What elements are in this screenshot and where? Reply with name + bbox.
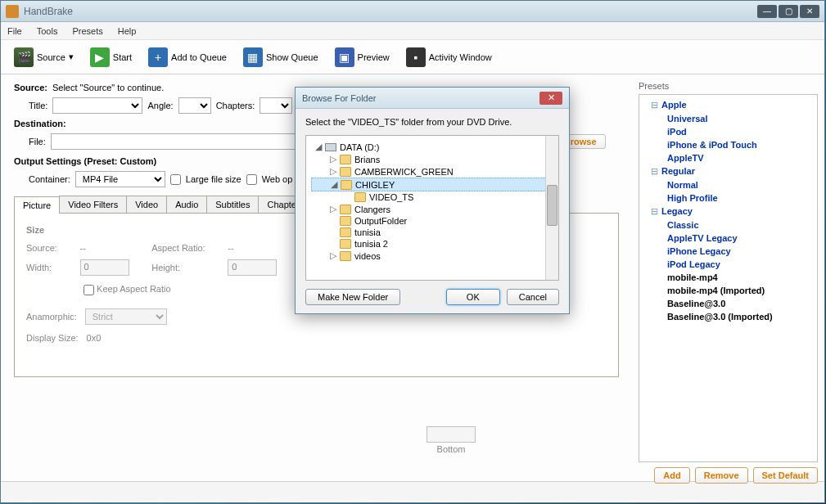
angle-label: Angle: [147,101,173,110]
preset-item[interactable]: mobile-mp4 (Imported) [643,284,814,297]
preset-item[interactable]: Baseline@3.0 (Imported) [643,310,814,323]
show-queue-button[interactable]: ▦Show Queue [238,46,323,69]
preset-item[interactable]: Classic [643,218,814,232]
folder-icon [340,251,351,261]
container-select[interactable]: MP4 File [75,171,165,187]
tree-label: OutputFolder [354,216,407,226]
file-label: File: [29,137,46,146]
tree-row[interactable]: ▷Clangers [311,203,553,215]
folder-icon [340,227,351,237]
preset-item[interactable]: Baseline@3.0 [643,297,814,310]
add-queue-button[interactable]: +Add to Queue [143,46,232,69]
preset-item[interactable]: AppleTV Legacy [643,232,814,245]
expand-icon[interactable]: ▷ [329,166,336,177]
tab-subtitles[interactable]: Subtitles [206,196,259,213]
container-label: Container: [29,174,70,184]
preset-item[interactable]: iPod Legacy [643,258,814,271]
angle-select[interactable] [178,97,211,114]
tab-audio[interactable]: Audio [166,196,207,213]
tree-row[interactable]: tunisia [311,227,553,238]
menubar: File Tools Presets Help [1,22,824,40]
web-opt-checkbox[interactable] [246,174,257,185]
browse-folder-dialog: Browse For Folder ✕ Select the "VIDEO_TS… [295,87,570,314]
src-size-label: Source: [26,243,69,253]
close-button[interactable]: ✕ [800,5,819,18]
height-spinner[interactable]: 0 [228,259,277,276]
start-button[interactable]: ▶Start [85,46,137,69]
width-label: Width: [26,263,69,272]
dest-label: Destination: [14,119,66,128]
tree-label: tunisia 2 [354,239,388,249]
maximize-button[interactable]: ▢ [779,5,798,18]
chapters-select[interactable] [260,97,292,114]
anamorphic-select: Strict [85,308,167,325]
tree-row[interactable]: ▷videos [311,250,553,262]
crop-bottom-spinner[interactable] [427,426,476,443]
keep-aspect-checkbox[interactable] [84,285,94,295]
output-label: Output Settings (Preset: Custom) [14,156,156,166]
tree-row[interactable]: VIDEO_TS [311,191,553,203]
menu-file[interactable]: File [7,26,22,36]
source-button[interactable]: 🎬Source▾ [9,46,79,69]
preset-item[interactable]: iPhone & iPod Touch [643,138,814,151]
folder-tree[interactable]: ◢DATA (D:)▷Brians▷CAMBERWICK_GREEN◢CHIGL… [305,135,559,281]
preset-item[interactable]: Normal [643,178,814,191]
dialog-close-button[interactable]: ✕ [539,92,562,105]
presets-tree[interactable]: AppleUniversaliPodiPhone & iPod TouchApp… [639,94,818,462]
expand-icon[interactable]: ◢ [314,142,322,152]
folder-icon [340,216,351,226]
expand-icon[interactable]: ▷ [329,250,336,261]
tree-scrollbar[interactable] [545,136,558,280]
preset-item[interactable]: Universal [643,112,814,125]
cancel-button[interactable]: Cancel [507,289,559,305]
large-file-label: Large file size [186,174,241,184]
tree-row[interactable]: ▷Brians [311,153,553,165]
preset-group[interactable]: Apple [643,98,814,112]
preset-item[interactable]: iPod [643,125,814,138]
menu-presets[interactable]: Presets [72,26,102,36]
preset-remove-button[interactable]: Remove [695,467,748,484]
preview-button[interactable]: ▣Preview [330,46,395,69]
preset-item[interactable]: AppleTV [643,151,814,164]
expand-icon[interactable]: ▷ [329,154,336,164]
preset-group[interactable]: Legacy [643,205,814,218]
chevron-down-icon: ▾ [69,52,74,62]
tree-row[interactable]: ◢CHIGLEY [311,178,553,191]
add-queue-icon: + [148,47,168,67]
dialog-titlebar[interactable]: Browse For Folder ✕ [296,88,569,109]
crop-bottom-label: Bottom [437,444,466,454]
display-size-value: 0x0 [87,333,102,343]
minimize-button[interactable]: — [757,5,777,18]
folder-icon [341,180,352,190]
preset-item[interactable]: mobile-mp4 [643,271,814,284]
preview-icon: ▣ [335,47,354,67]
tree-row[interactable]: ◢DATA (D:) [311,141,553,153]
menu-help[interactable]: Help [118,26,137,36]
tab-video[interactable]: Video [126,196,167,213]
tab-picture[interactable]: Picture [14,196,60,214]
expand-icon[interactable]: ▷ [329,204,336,214]
play-icon: ▶ [90,47,110,67]
large-file-checkbox[interactable] [170,174,181,185]
dialog-title: Browse For Folder [302,93,376,103]
preset-item[interactable]: High Profile [643,191,814,205]
tab-video-filters[interactable]: Video Filters [59,196,127,213]
expand-icon[interactable]: ◢ [330,179,337,190]
tree-row[interactable]: ▷CAMBERWICK_GREEN [311,165,553,178]
title-select[interactable] [52,97,142,114]
tree-row[interactable]: tunisia 2 [311,238,553,250]
width-spinner[interactable]: 0 [80,259,129,276]
tree-row[interactable]: OutputFolder [311,215,553,227]
film-icon: 🎬 [14,47,34,67]
activity-button[interactable]: ▪Activity Window [401,46,497,69]
preset-group[interactable]: Regular [643,164,814,178]
source-label: Source: [14,83,47,92]
preset-item[interactable]: iPhone Legacy [643,245,814,258]
preset-setdefault-button[interactable]: Set Default [753,467,818,484]
scrollbar-thumb[interactable] [547,185,557,226]
menu-tools[interactable]: Tools [37,26,58,36]
preset-add-button[interactable]: Add [654,467,689,484]
titlebar[interactable]: HandBrake — ▢ ✕ [1,1,824,22]
ok-button[interactable]: OK [446,289,500,305]
make-new-folder-button[interactable]: Make New Folder [305,289,400,305]
